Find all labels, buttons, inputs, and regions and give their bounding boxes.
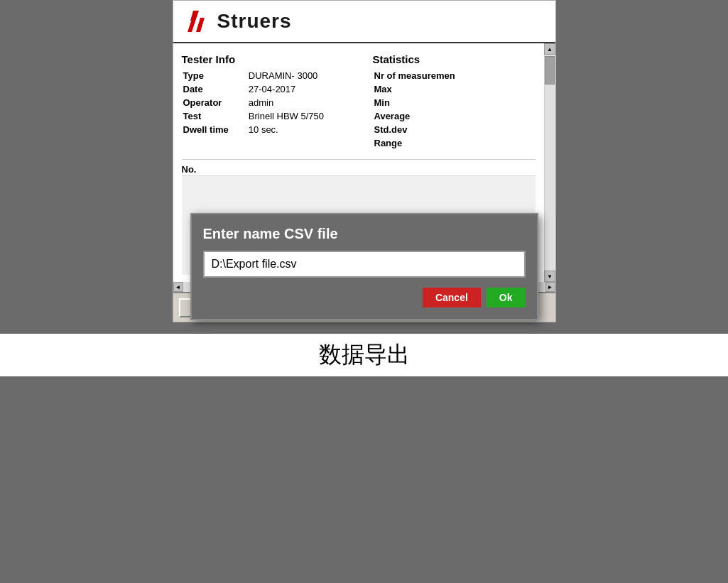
page-caption: 数据导出 xyxy=(0,334,728,376)
table-row: Nr of measuremen xyxy=(374,70,534,82)
table-row: Max xyxy=(374,83,534,95)
table-row: Operator admin xyxy=(183,97,343,109)
tester-info-table: Type DURAMIN- 3000 Date 27-04-2017 Opera… xyxy=(182,68,344,137)
table-row: Range xyxy=(374,137,534,149)
scroll-up-button[interactable]: ▲ xyxy=(544,43,555,55)
header: Struers xyxy=(173,1,555,43)
svg-marker-1 xyxy=(196,18,205,32)
scroll-left-button[interactable]: ◄ xyxy=(173,282,183,292)
test-value: Brinell HBW 5/750 xyxy=(249,110,343,122)
type-value: DURAMIN- 3000 xyxy=(249,70,343,82)
table-row: Test Brinell HBW 5/750 xyxy=(183,110,343,122)
statistics-title: Statistics xyxy=(373,53,536,65)
scroll-right-button[interactable]: ► xyxy=(545,282,555,292)
max-label: Max xyxy=(374,83,534,95)
csv-dialog: Enter name CSV file Cancel Ok xyxy=(190,213,538,320)
logo-text: Struers xyxy=(217,10,292,33)
data-section: No. xyxy=(182,159,536,175)
min-label: Min xyxy=(374,97,534,109)
csv-filename-input[interactable] xyxy=(203,251,526,278)
table-row: Average xyxy=(374,110,534,122)
ok-button[interactable]: Ok xyxy=(487,288,526,307)
scroll-down-button[interactable]: ▼ xyxy=(544,271,555,282)
average-label: Average xyxy=(374,110,534,122)
tester-info-title: Tester Info xyxy=(182,53,344,65)
logo-container: Struers xyxy=(185,8,292,35)
table-row: Dwell time 10 sec. xyxy=(183,124,343,136)
table-row: Type DURAMIN- 3000 xyxy=(183,70,343,82)
operator-value: admin xyxy=(249,97,343,109)
struers-logo-icon xyxy=(185,8,212,35)
statistics-table: Nr of measuremen Max Min Average xyxy=(373,68,536,151)
nr-measurements-label: Nr of measuremen xyxy=(374,70,534,82)
statistics-section: Statistics Nr of measuremen Max Min xyxy=(373,53,536,151)
data-header: No. xyxy=(182,164,197,175)
dialog-buttons: Cancel Ok xyxy=(203,288,526,307)
scroll-thumb[interactable] xyxy=(545,56,555,85)
date-label: Date xyxy=(183,83,247,95)
dialog-title: Enter name CSV file xyxy=(203,226,526,242)
info-row: Tester Info Type DURAMIN- 3000 Date 27-0… xyxy=(182,50,536,153)
cancel-button[interactable]: Cancel xyxy=(423,288,481,307)
date-value: 27-04-2017 xyxy=(249,83,343,95)
vertical-scrollbar[interactable]: ▲ ▼ xyxy=(544,43,555,282)
dwelltime-label: Dwell time xyxy=(183,124,247,136)
operator-label: Operator xyxy=(183,97,247,109)
stddev-label: Std.dev xyxy=(374,124,534,136)
table-row: Std.dev xyxy=(374,124,534,136)
dwelltime-value: 10 sec. xyxy=(249,124,343,136)
table-row: Date 27-04-2017 xyxy=(183,83,343,95)
table-row: Min xyxy=(374,97,534,109)
test-label: Test xyxy=(183,110,247,122)
range-label: Range xyxy=(374,137,534,149)
type-label: Type xyxy=(183,70,247,82)
tester-info-section: Tester Info Type DURAMIN- 3000 Date 27-0… xyxy=(182,53,344,151)
